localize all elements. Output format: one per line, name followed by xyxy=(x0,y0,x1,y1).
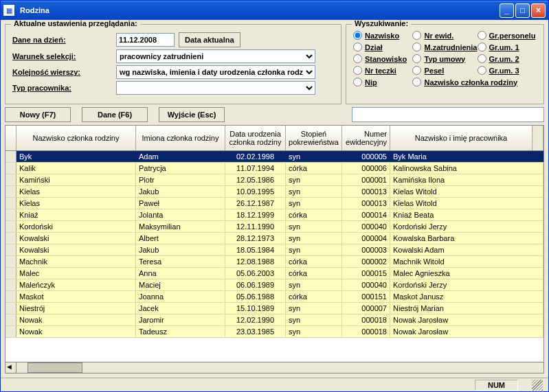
search-radio-stanowisko[interactable]: Stanowisko xyxy=(353,54,412,64)
condition-select[interactable]: pracownicy zatrudnieni xyxy=(116,49,315,63)
table-row[interactable]: MachnikTeresa12.08.1988córka000002Machni… xyxy=(5,256,544,268)
table-row[interactable]: NiestrójJacek15.10.1989syn000007Niestrój… xyxy=(5,303,544,314)
table-row[interactable]: BykAdam02.02.1998syn000005Byk Maria xyxy=(5,151,544,163)
settings-group-title: Aktualne ustawienia przeglądania: xyxy=(11,20,140,27)
search-radio-m-zatrudnienia[interactable]: M.zatrudnienia xyxy=(412,42,477,52)
close-button[interactable]: × xyxy=(531,3,546,18)
table-row[interactable]: NowakTadeusz23.03.1985syn000018Nowak Jar… xyxy=(5,326,544,338)
window-title: Rodzina xyxy=(17,6,500,14)
table-row[interactable]: KniaźJolanta18.12.1999córka000014Kniaź B… xyxy=(5,209,544,221)
condition-label: Warunek selekcji: xyxy=(12,52,112,60)
statusbar: NUM xyxy=(1,378,548,391)
table-row[interactable]: KalikPatrycja11.07.1994córka000006Kalino… xyxy=(5,163,544,174)
search-radio-gr-um-3[interactable]: Gr.um. 3 xyxy=(478,65,537,76)
search-radio-nazwisko-cz-onka-rodziny[interactable]: Nazwisko członka rodziny xyxy=(412,77,537,87)
col-number[interactable]: Numer ewidencyjny xyxy=(342,126,390,150)
col-birthdate[interactable]: Data urodzenia członka rodziny xyxy=(225,126,286,150)
search-radio-dzia-[interactable]: Dział xyxy=(353,42,412,52)
col-relation[interactable]: Stopień pokrewieństwa xyxy=(286,126,342,150)
search-radio-nr-ewid-[interactable]: Nr ewid. xyxy=(412,30,477,41)
table-row[interactable]: NowakJaromir12.02.1990syn000018Nowak Jar… xyxy=(5,314,544,326)
table-row[interactable]: MalecAnna05.06.2003córka000015Malec Agni… xyxy=(5,268,544,279)
resize-grip[interactable] xyxy=(532,380,543,391)
search-radio-gr-um-2[interactable]: Gr.um. 2 xyxy=(478,54,537,64)
date-label: Dane na dzień: xyxy=(12,36,112,44)
maximize-button[interactable]: □ xyxy=(515,3,530,18)
order-select[interactable]: wg nazwiska, imienia i daty urodzenia cz… xyxy=(116,65,315,79)
app-icon: ▦ xyxy=(3,5,14,16)
search-radio-gr-um-1[interactable]: Gr.um. 1 xyxy=(478,42,537,52)
type-select[interactable] xyxy=(116,81,315,95)
date-input[interactable] xyxy=(116,33,175,47)
search-input[interactable] xyxy=(352,107,544,122)
search-radio-nip[interactable]: Nip xyxy=(353,77,412,87)
scroll-header xyxy=(533,126,544,150)
search-radio-typ-umowy[interactable]: Typ umowy xyxy=(412,54,477,64)
data-grid: Nazwisko członka rodziny Imiona członka … xyxy=(5,125,544,373)
col-employee[interactable]: Nazwisko i imię pracownika xyxy=(390,126,533,150)
search-group-title: Wyszukiwanie: xyxy=(352,20,411,27)
grid-body[interactable]: BykAdam02.02.1998syn000005Byk MariaKalik… xyxy=(5,151,544,362)
search-radio-gr-personelu[interactable]: Gr.personelu xyxy=(478,30,537,41)
minimize-button[interactable]: _ xyxy=(500,3,514,18)
col-names[interactable]: Imiona członka rodziny xyxy=(136,126,225,150)
current-date-button[interactable]: Data aktualna xyxy=(179,32,240,47)
col-surname[interactable]: Nazwisko członka rodziny xyxy=(16,126,136,150)
search-radio-nr-teczki[interactable]: Nr teczki xyxy=(353,65,412,76)
row-selector-header xyxy=(5,126,16,150)
settings-group: Aktualne ustawienia przeglądania: Dane n… xyxy=(5,24,341,104)
table-row[interactable]: KordońskiMaksymilian12.11.1990syn000040K… xyxy=(5,221,544,233)
table-row[interactable]: KowalskiAlbert28.12.1973syn000004Kowalsk… xyxy=(5,233,544,244)
table-row[interactable]: KowalskiJakub18.05.1984syn000003Kowalski… xyxy=(5,244,544,256)
exit-button[interactable]: Wyjście (Esc) xyxy=(159,107,225,122)
num-lock-indicator: NUM xyxy=(475,380,518,391)
table-row[interactable]: MaleńczykMaciej06.06.1989syn000040Kordoń… xyxy=(5,279,544,291)
table-row[interactable]: KielasPaweł26.12.1987syn000013Kielas Wit… xyxy=(5,198,544,209)
titlebar[interactable]: ▦ Rodzina _ □ × xyxy=(1,1,548,20)
table-row[interactable]: MaskotJoanna05.06.1988córka000151Maskot … xyxy=(5,291,544,303)
type-label: Typ pracownika: xyxy=(12,84,112,92)
app-window: ▦ Rodzina _ □ × Aktualne ustawienia prze… xyxy=(0,0,549,392)
table-row[interactable]: KamińskiPiotr12.05.1986syn000001Kamińska… xyxy=(5,174,544,186)
new-button[interactable]: Nowy (F7) xyxy=(5,107,71,122)
table-row[interactable]: KielasJakub10.09.1995syn000013Kielas Wit… xyxy=(5,186,544,198)
search-group: Wyszukiwanie: NazwiskoNr ewid.Gr.persone… xyxy=(346,24,544,104)
order-label: Kolejność wierszy: xyxy=(12,68,112,76)
search-radio-pesel[interactable]: Pesel xyxy=(412,65,477,76)
horizontal-scrollbar[interactable]: ◄ xyxy=(5,362,544,373)
search-radio-nazwisko[interactable]: Nazwisko xyxy=(353,30,412,41)
data-button[interactable]: Dane (F6) xyxy=(82,107,148,122)
grid-header: Nazwisko członka rodziny Imiona członka … xyxy=(5,126,544,151)
